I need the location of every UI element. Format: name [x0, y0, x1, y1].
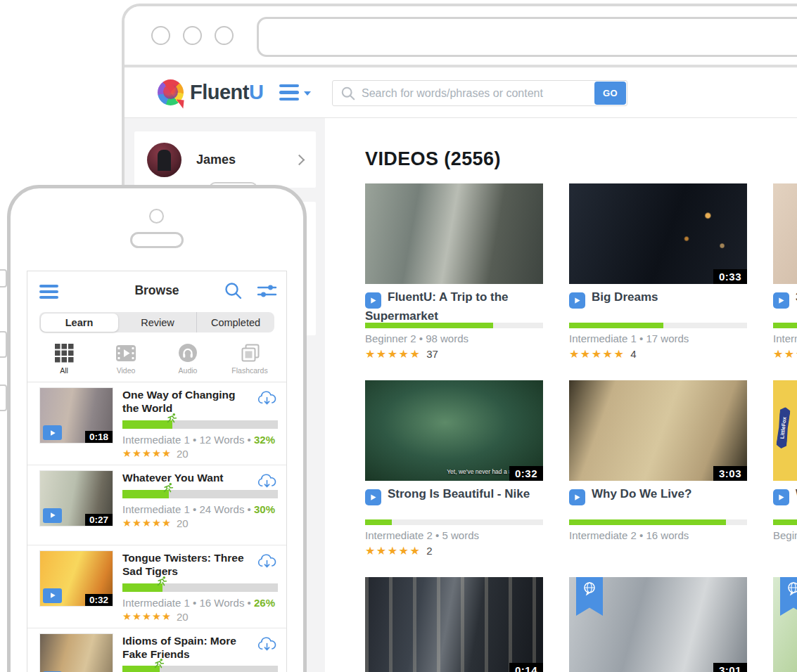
video-title[interactable]: FluentU: A Trip to the Supermarket: [365, 284, 543, 325]
progress-bar: [122, 490, 278, 498]
app-search-button[interactable]: [224, 281, 243, 303]
search-go-button[interactable]: GO: [594, 82, 626, 105]
progress-bar: [773, 323, 797, 328]
tab-learn[interactable]: Learn: [41, 314, 118, 332]
progress-bar: [569, 519, 747, 525]
user-name: James: [196, 153, 236, 167]
segmented-control: Learn Review Completed: [39, 312, 274, 332]
download-cloud-icon: [256, 389, 278, 408]
play-icon[interactable]: [43, 588, 62, 603]
video-meta: Intermediate 1: [773, 332, 797, 344]
video-title[interactable]: W: [773, 481, 797, 505]
list-item[interactable]: 0:18 One Way of Changing the World Inter…: [27, 382, 286, 465]
video-thumbnail[interactable]: LittleFox: [773, 380, 797, 481]
grid-icon: [55, 341, 74, 363]
duration-badge: 0:33: [713, 269, 747, 284]
filter-all[interactable]: All: [33, 341, 95, 375]
search-icon: [224, 281, 243, 300]
video-thumbnail[interactable]: 0:14: [365, 577, 543, 672]
fluentu-logo[interactable]: FluentU: [158, 79, 263, 105]
video-thumbnail[interactable]: 0:18: [39, 633, 113, 672]
phone-screen: Browse Learn Review Completed All Video …: [27, 271, 287, 672]
list-item[interactable]: 0:27 Whatever You Want Intermediate 1 • …: [27, 465, 286, 545]
runner-icon: [163, 482, 174, 496]
tab-completed[interactable]: Completed: [196, 312, 274, 332]
video-meta: Intermediate 1 • 12 Words • 32%: [122, 434, 278, 446]
phone-side-button: [0, 331, 7, 358]
play-icon[interactable]: [569, 292, 585, 309]
filter-video[interactable]: Video: [95, 341, 157, 375]
thumbnail-caption: Yet, we've never had a #1 player: [365, 468, 533, 475]
rating-count: 20: [177, 448, 189, 460]
filter-flashcards[interactable]: Flashcards: [219, 341, 281, 375]
star-icons: ★★★★★: [122, 517, 172, 529]
page-title: VIDEOS (2556): [365, 148, 797, 170]
video-thumbnail[interactable]: 3:01: [569, 577, 747, 672]
video-thumbnail[interactable]: Yet, we've never had a #1 player 0:32: [365, 380, 543, 481]
play-icon[interactable]: [43, 508, 62, 523]
download-button[interactable]: [256, 552, 278, 573]
progress-percent: 26%: [254, 597, 275, 609]
progress-percent: 32%: [254, 434, 275, 446]
video-card: LittleFox W Beginner: [773, 380, 797, 575]
play-icon[interactable]: [773, 292, 789, 309]
filter-sliders-button[interactable]: [257, 282, 277, 303]
duration-badge: 0:32: [509, 466, 543, 481]
video-title[interactable]: Big Dreams: [569, 284, 747, 309]
globe-icon: [581, 581, 598, 599]
video-thumbnail[interactable]: [773, 183, 797, 284]
video-title[interactable]: Strong Is Beautiful - Nike: [365, 481, 543, 505]
video-title: Whatever You Want: [122, 472, 278, 485]
video-card: 3:01: [569, 577, 747, 672]
avatar: [147, 143, 181, 177]
video-title[interactable]: Why Do We Live?: [569, 481, 747, 505]
video-thumbnail[interactable]: [365, 183, 543, 284]
fluentu-globe-icon: [158, 79, 184, 105]
video-card: Yet, we've never had a #1 player 0:32 St…: [365, 380, 543, 575]
chevron-right-icon: [294, 154, 305, 165]
video-title: Tongue Twisters: Three Sad Tigers: [122, 552, 278, 579]
window-control-button[interactable]: [215, 26, 234, 45]
video-card: 3:03 Why Do We Live? Intermediate 2 • 16…: [569, 380, 747, 575]
video-thumbnail[interactable]: 0:32: [39, 550, 113, 607]
sliders-icon: [257, 282, 277, 300]
site-search: GO: [332, 80, 627, 106]
play-icon[interactable]: [365, 489, 381, 505]
filter-audio[interactable]: Audio: [157, 341, 219, 375]
address-bar[interactable]: [257, 17, 797, 57]
duration-badge: 3:03: [713, 466, 747, 481]
rating-count: 2: [426, 545, 432, 557]
video-title[interactable]: 3: [773, 284, 797, 309]
list-item[interactable]: 0:32 Tongue Twisters: Three Sad Tigers I…: [27, 545, 286, 628]
video-card: [773, 577, 797, 672]
list-item[interactable]: 0:18 Idioms of Spain: More Fake Friends …: [27, 628, 286, 672]
window-control-button[interactable]: [183, 26, 202, 45]
video-thumbnail[interactable]: 0:27: [39, 470, 113, 526]
video-meta: Intermediate 1 • 17 words: [569, 332, 689, 344]
video-thumbnail[interactable]: 0:18: [39, 387, 113, 444]
search-input[interactable]: [356, 87, 594, 100]
video-meta: Intermediate 2 • 16 words: [569, 529, 689, 541]
video-thumbnail[interactable]: [773, 577, 797, 672]
play-icon[interactable]: [773, 489, 789, 505]
search-icon: [340, 86, 356, 101]
runner-icon: [157, 576, 167, 589]
rating: ★★★★★20: [122, 611, 278, 623]
play-icon[interactable]: [365, 292, 381, 309]
progress-bar: [122, 420, 278, 429]
download-button[interactable]: [256, 635, 278, 656]
phone-side-button: [0, 385, 7, 411]
rating: ★★★★★20: [122, 517, 278, 529]
phone-camera: [149, 209, 164, 224]
play-icon[interactable]: [569, 489, 585, 505]
video-thumbnail[interactable]: 3:03: [569, 380, 747, 481]
main-menu-button[interactable]: [279, 84, 311, 101]
play-icon[interactable]: [43, 425, 62, 440]
video-thumbnail[interactable]: 0:33: [569, 183, 747, 284]
progress-percent: 30%: [254, 503, 275, 515]
tab-review[interactable]: Review: [119, 312, 196, 332]
rating-count: 4: [630, 348, 636, 360]
download-button[interactable]: [256, 389, 278, 410]
user-profile-card[interactable]: James: [134, 131, 316, 188]
window-control-button[interactable]: [151, 26, 170, 45]
